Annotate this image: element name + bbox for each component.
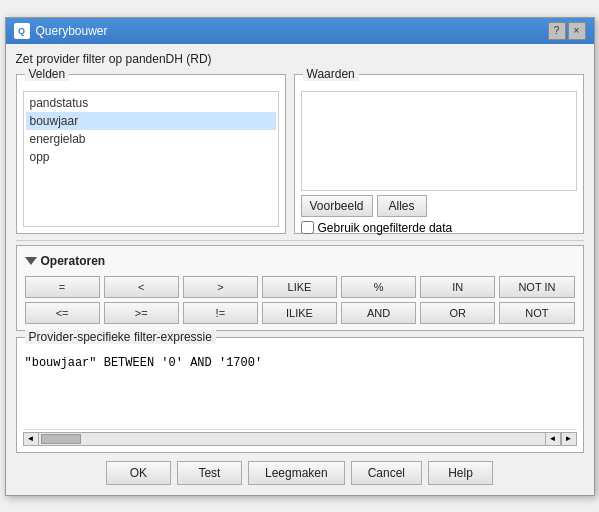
filter-label: Provider-specifieke filter-expressie [25, 330, 216, 344]
help-button[interactable]: Help [428, 461, 493, 485]
filter-textarea[interactable]: "bouwjaar" BETWEEN '0' AND '1700' [23, 354, 577, 424]
waarden-buttons: Voorbeeld Alles [301, 195, 577, 217]
ok-button[interactable]: OK [106, 461, 171, 485]
op-gt[interactable]: > [183, 276, 258, 298]
op-not[interactable]: NOT [499, 302, 574, 324]
title-bar: Q Querybouwer ? × [6, 18, 594, 44]
waarden-list[interactable] [301, 91, 577, 191]
main-window: Q Querybouwer ? × Zet provider filter op… [5, 17, 595, 496]
scroll-right-arrow2[interactable]: ► [561, 432, 577, 446]
top-section: Velden pandstatus bouwjaar energielab op… [16, 74, 584, 234]
ongefilterd-checkbox[interactable] [301, 221, 314, 234]
op-neq[interactable]: != [183, 302, 258, 324]
app-icon: Q [14, 23, 30, 39]
op-and[interactable]: AND [341, 302, 416, 324]
bottom-buttons: OK Test Leegmaken Cancel Help [16, 461, 584, 485]
field-item-pandstatus[interactable]: pandstatus [26, 94, 276, 112]
op-percent[interactable]: % [341, 276, 416, 298]
op-ilike[interactable]: ILIKE [262, 302, 337, 324]
voorbeeld-button[interactable]: Voorbeeld [301, 195, 373, 217]
operators-grid: = < > LIKE % IN NOT IN <= >= != ILIKE AN… [25, 276, 575, 324]
op-lte[interactable]: <= [25, 302, 100, 324]
op-or[interactable]: OR [420, 302, 495, 324]
window-body: Zet provider filter op pandenDH (RD) Vel… [6, 44, 594, 495]
op-eq[interactable]: = [25, 276, 100, 298]
waarden-label: Waarden [303, 67, 359, 81]
help-title-button[interactable]: ? [548, 22, 566, 40]
op-not-in[interactable]: NOT IN [499, 276, 574, 298]
operatoren-header: Operatoren [25, 254, 575, 268]
waarden-group: Waarden Voorbeeld Alles Gebruik ongefilt… [294, 74, 584, 234]
op-lt[interactable]: < [104, 276, 179, 298]
fields-label: Velden [25, 67, 70, 81]
operatoren-label: Operatoren [41, 254, 106, 268]
cancel-button[interactable]: Cancel [351, 461, 422, 485]
alles-button[interactable]: Alles [377, 195, 427, 217]
window-title: Querybouwer [36, 24, 108, 38]
scroll-thumb [41, 434, 81, 444]
test-button[interactable]: Test [177, 461, 242, 485]
op-in[interactable]: IN [420, 276, 495, 298]
scroll-left-arrow[interactable]: ◄ [23, 432, 39, 446]
field-item-bouwjaar[interactable]: bouwjaar [26, 112, 276, 130]
field-item-energielab[interactable]: energielab [26, 130, 276, 148]
field-item-opp[interactable]: opp [26, 148, 276, 166]
fields-list[interactable]: pandstatus bouwjaar energielab opp [23, 91, 279, 227]
op-like[interactable]: LIKE [262, 276, 337, 298]
filter-section: Provider-specifieke filter-expressie "bo… [16, 337, 584, 453]
scroll-right-arrow1[interactable]: ◄ [545, 432, 561, 446]
scroll-track[interactable] [39, 432, 545, 446]
leegmaken-button[interactable]: Leegmaken [248, 461, 345, 485]
collapse-icon[interactable] [25, 257, 37, 265]
ongefilterd-row: Gebruik ongefilterde data [301, 221, 577, 235]
ongefilterd-label: Gebruik ongefilterde data [318, 221, 453, 235]
fields-group: Velden pandstatus bouwjaar energielab op… [16, 74, 286, 234]
subtitle: Zet provider filter op pandenDH (RD) [16, 52, 584, 66]
divider [16, 240, 584, 241]
filter-scrollbar: ◄ ◄ ► [23, 429, 577, 446]
close-button[interactable]: × [568, 22, 586, 40]
op-gte[interactable]: >= [104, 302, 179, 324]
operatoren-section: Operatoren = < > LIKE % IN NOT IN <= >= … [16, 245, 584, 331]
